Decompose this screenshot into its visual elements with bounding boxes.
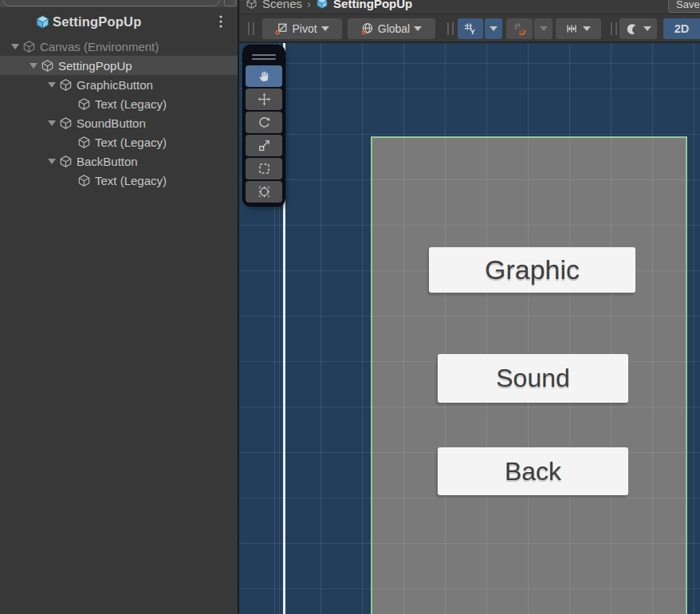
gameobject-cube-icon bbox=[59, 116, 73, 130]
rotate-tool-button[interactable] bbox=[246, 112, 282, 133]
row-label: Text (Legacy) bbox=[95, 97, 167, 111]
breadcrumb-scenes[interactable]: Scenes bbox=[262, 0, 302, 10]
prefab-cube-icon bbox=[316, 0, 328, 10]
kebab-menu-icon[interactable] bbox=[215, 14, 226, 29]
tools-overlay-palette bbox=[243, 45, 285, 206]
shading-mode-button[interactable] bbox=[619, 18, 657, 39]
hierarchy-row-text-legacy[interactable]: Text (Legacy) bbox=[0, 94, 238, 113]
pivot-label: Pivot bbox=[292, 22, 317, 35]
foldout-arrow-icon[interactable] bbox=[45, 82, 59, 88]
scale-tool-icon bbox=[258, 139, 271, 152]
grid-snap-button[interactable] bbox=[506, 18, 533, 39]
hierarchy-row-graphicbutton[interactable]: GraphicButton bbox=[0, 75, 238, 94]
back-button[interactable]: Back bbox=[438, 447, 628, 495]
foldout-arrow-icon[interactable] bbox=[45, 120, 59, 126]
toolbar-drag-handle[interactable] bbox=[246, 22, 256, 35]
hierarchy-row-soundbutton[interactable]: SoundButton bbox=[0, 113, 238, 132]
toolbar-separator bbox=[445, 22, 455, 35]
grid-y-icon: Y bbox=[464, 22, 477, 35]
hand-tool-button[interactable] bbox=[246, 65, 282, 87]
shaded-sphere-icon bbox=[626, 22, 639, 36]
search-filter-button[interactable] bbox=[224, 0, 236, 6]
transform-tool-icon bbox=[258, 185, 271, 199]
chevron-down-icon bbox=[490, 26, 497, 31]
row-label: Text (Legacy) bbox=[95, 136, 167, 149]
foldout-arrow-icon[interactable] bbox=[8, 44, 22, 49]
row-label: SoundButton bbox=[77, 116, 146, 130]
globe-icon bbox=[361, 22, 374, 35]
global-mode-button[interactable]: Global bbox=[348, 18, 435, 39]
hierarchy-search-bar bbox=[0, 0, 238, 7]
gameobject-cube-icon bbox=[41, 59, 54, 73]
graphic-button[interactable]: Graphic bbox=[429, 247, 635, 293]
foldout-arrow-icon[interactable] bbox=[26, 63, 41, 69]
hierarchy-row-text-legacy[interactable]: Text (Legacy) bbox=[0, 132, 238, 152]
foldout-arrow-icon[interactable] bbox=[45, 159, 59, 164]
hierarchy-row-text-legacy[interactable]: Text (Legacy) bbox=[0, 171, 238, 190]
svg-text:Y: Y bbox=[470, 28, 475, 35]
toolbar-separator bbox=[608, 22, 619, 35]
hierarchy-row-settingpopup[interactable]: SettingPopUp bbox=[0, 56, 238, 75]
global-label: Global bbox=[378, 22, 410, 35]
search-input[interactable] bbox=[2, 0, 220, 6]
palette-drag-handle[interactable] bbox=[246, 49, 282, 64]
breadcrumb-separator: › bbox=[307, 0, 311, 10]
hierarchy-panel: SettingPopUp Canvas (Environment) Settin… bbox=[0, 0, 238, 614]
row-label: BackButton bbox=[77, 155, 138, 168]
scale-tool-button[interactable] bbox=[246, 135, 282, 156]
unity-editor-window: SettingPopUp Canvas (Environment) Settin… bbox=[0, 0, 700, 614]
hand-tool-icon bbox=[258, 69, 271, 83]
gameobject-cube-icon bbox=[77, 97, 91, 111]
chevron-down-icon bbox=[540, 26, 548, 31]
rect-tool-button[interactable] bbox=[246, 158, 282, 179]
row-label: Text (Legacy) bbox=[95, 174, 167, 187]
chevron-down-icon bbox=[321, 26, 329, 31]
breadcrumb-prefab[interactable]: SettingPopUp bbox=[333, 0, 412, 10]
2d-mode-button[interactable]: 2D bbox=[663, 18, 700, 39]
hierarchy-row-backbutton[interactable]: BackButton bbox=[0, 152, 238, 171]
chevron-down-icon bbox=[414, 26, 422, 31]
prefab-mode-header: SettingPopUp bbox=[0, 7, 238, 37]
row-label: SettingPopUp bbox=[58, 59, 132, 73]
grid-snap-dropdown[interactable] bbox=[534, 18, 553, 39]
rect-tool-icon bbox=[258, 162, 271, 175]
snap-increment-icon bbox=[566, 22, 579, 35]
gameobject-cube-icon bbox=[77, 136, 91, 149]
gameobject-cube-icon bbox=[22, 40, 36, 53]
scene-cube-icon bbox=[246, 0, 258, 10]
transform-tool-button[interactable] bbox=[246, 181, 282, 203]
grid-visibility-dropdown[interactable] bbox=[485, 18, 502, 39]
chevron-down-icon bbox=[643, 26, 651, 31]
sound-button[interactable]: Sound bbox=[438, 354, 628, 403]
prefab-title: SettingPopUp bbox=[53, 14, 141, 30]
gameobject-cube-icon bbox=[77, 174, 91, 187]
hierarchy-row-canvas[interactable]: Canvas (Environment) bbox=[0, 37, 238, 56]
chevron-down-icon bbox=[583, 26, 591, 31]
row-label: GraphicButton bbox=[77, 78, 153, 92]
rotate-tool-icon bbox=[258, 116, 271, 129]
row-label: Canvas (Environment) bbox=[40, 40, 159, 53]
scene-view-toolbar: Pivot Global bbox=[239, 14, 700, 43]
move-tool-button[interactable] bbox=[246, 89, 282, 110]
scene-viewport[interactable]: Graphic Sound Back bbox=[239, 43, 700, 614]
prefab-cube-icon bbox=[35, 14, 50, 30]
snap-magnet-icon bbox=[513, 22, 526, 35]
gameobject-cube-icon bbox=[59, 78, 73, 92]
gameobject-cube-icon bbox=[59, 155, 73, 168]
grid-visibility-button[interactable]: Y bbox=[458, 18, 483, 39]
snap-increment-button[interactable] bbox=[556, 18, 601, 39]
pivot-icon bbox=[275, 22, 288, 35]
hierarchy-tree: Canvas (Environment) SettingPopUp Graphi… bbox=[0, 37, 238, 190]
prefab-breadcrumb-bar: Scenes › SettingPopUp Save bbox=[239, 0, 700, 14]
move-tool-icon bbox=[258, 92, 271, 106]
save-button[interactable]: Save bbox=[668, 0, 700, 13]
pivot-mode-button[interactable]: Pivot bbox=[262, 18, 342, 39]
